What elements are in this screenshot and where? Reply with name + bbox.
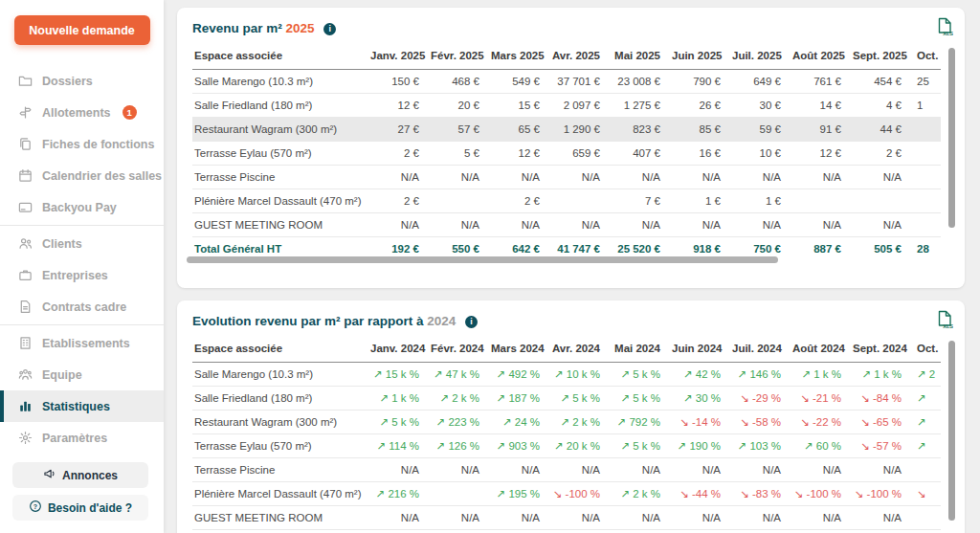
svg-text:XLS: XLS [943,31,953,36]
title-text: Evolution revenu par m² par rapport à [192,314,424,328]
revenue-card-title: Revenu par m² 2025 i [177,8,965,35]
table-row[interactable]: GUEST MEETING ROOMN/AN/AN/AN/AN/AN/AN/AN… [192,505,941,529]
sidebar-item-calendrier-des-salles[interactable]: Calendrier des salles [0,160,164,191]
trend-up-value: ↗ 5 k % [620,368,660,380]
cell: ↗ 5 k % [606,433,666,457]
cell: ↗ 2 k % [425,386,485,410]
trend-up-value: ↗ 1 k % [379,392,419,404]
trend-up-value: ↗ 1 k % [801,368,841,380]
credit-card-icon [18,200,33,214]
cell: N/A [726,505,787,529]
table-row[interactable]: Salle Friedland (180 m²)12 €20 €15 €2 09… [192,93,941,117]
cell: N/A [365,212,425,236]
table-row[interactable]: Salle Friedland (180 m²)↗ 1 k %↗ 2 k %↗ … [192,386,941,410]
sidebar-item-allotements[interactable]: Allotements1 [0,97,164,128]
cell: 761 € [787,69,847,93]
sidebar-item-statistiques[interactable]: Statistiques [0,390,164,422]
cell: ↘ -57 % [847,433,907,457]
trend-down-value: ↘ -57 % [860,440,902,452]
team-icon [18,367,33,382]
cell: ↘ -100 % [787,481,847,505]
sidebar-item-entreprises[interactable]: Entreprises [0,259,164,291]
xls-download-icon[interactable]: XLS [937,17,953,40]
cell: ↗ [907,386,941,410]
building-icon [18,336,33,350]
space-label: Salle Marengo (10.3 m²) [192,362,365,386]
revenue-2025-card: Revenu par m² 2025 i XLS Espace associée… [177,8,965,288]
briefcase-icon [18,268,33,282]
cell: 30 € [726,93,787,117]
sidebar-item-dossiers[interactable]: Dossiers [0,65,164,97]
sidebar-item-backyou-pay[interactable]: Backyou Pay [0,191,164,223]
help-label: Besoin d'aide ? [48,501,132,515]
table-row[interactable]: GUEST MEETING ROOMN/AN/AN/AN/AN/AN/AN/AN… [192,212,941,236]
cell: 1 € [666,189,726,212]
sidebar-item-label: Paramètres [42,432,107,445]
cell: N/A [726,165,787,189]
cell: ↗ 47 k % [425,362,485,386]
trend-down-value: ↘ -22 % [800,416,841,428]
column-header: Sept. 2025 [847,43,907,69]
table-row[interactable]: Salle Marengo (10.3 m²)↗ 15 k %↗ 47 k %↗… [192,362,941,386]
gear-icon [18,431,33,445]
sidebar-item-fiches-de-fonctions[interactable]: Fiches de fonctions [0,128,164,160]
cell: 505 € [847,236,907,260]
info-icon[interactable]: i [323,23,336,35]
column-header: Mai 2024 [606,336,666,362]
table-row[interactable]: Terrasse PiscineN/AN/AN/AN/AN/AN/AN/AN/A… [192,165,941,189]
trend-up-value: ↗ [917,416,926,428]
cell: N/A [847,457,907,481]
cell [907,141,941,165]
cell: N/A [847,505,907,529]
cell [907,165,941,189]
cell [425,189,485,212]
cell: N/A [365,457,425,481]
trend-up-value: ↗ 2 [917,368,935,380]
space-label: Restaurant Wagram (300 m²) [192,117,365,141]
vertical-scrollbar[interactable] [948,48,955,228]
trend-up-value: ↗ 10 k % [554,368,600,380]
table-row[interactable]: Terrasse Eylau (570 m²)↗ 114 %↗ 126 %↗ 9… [192,433,941,457]
cell: N/A [425,457,485,481]
column-header: Oct. [907,43,941,69]
table-row[interactable]: Plénière Marcel Dassault (470 m²)2 €2 €7… [192,189,941,212]
cell: ↘ -100 % [847,481,907,505]
cell [907,505,941,529]
cell: N/A [485,457,546,481]
trend-up-value: ↗ 2 k % [439,392,479,404]
cell: N/A [787,457,847,481]
cell: N/A [546,212,606,236]
sidebar-item-contrats-cadre[interactable]: Contrats cadre [0,291,164,322]
evolution-table: Espace associéeJanv. 2024Févr. 2024Mars … [192,336,941,530]
new-request-button[interactable]: Nouvelle demande [14,15,150,45]
info-icon[interactable]: i [465,316,478,328]
sidebar-item-etablissements[interactable]: Etablissements [0,327,164,359]
sidebar-item-parametres[interactable]: Paramètres [0,422,164,454]
cell: ↘ -65 % [847,410,907,433]
table-row[interactable]: Restaurant Wagram (300 m²)↗ 5 k %↗ 223 %… [192,410,941,433]
table-row[interactable]: Plénière Marcel Dassault (470 m²)↗ 216 %… [192,481,941,505]
xls-download-icon[interactable]: XLS [937,310,953,333]
table-row[interactable]: Terrasse PiscineN/AN/AN/AN/AN/AN/AN/AN/A… [192,457,941,481]
sidebar-item-equipe[interactable]: Equipe [0,359,164,390]
horizontal-scrollbar[interactable] [187,256,778,263]
cell: ↗ 187 % [485,386,546,410]
table-row[interactable]: Terrasse Eylau (570 m²)2 €5 €12 €659 €40… [192,141,941,165]
announcements-button[interactable]: Annonces [12,462,148,488]
table-row[interactable]: Restaurant Wagram (300 m²)27 €57 €65 €1 … [192,117,941,141]
cell: 12 € [485,141,546,165]
column-header: Espace associée [192,336,365,362]
cell: ↗ 903 % [485,433,546,457]
cell: 4 € [847,93,907,117]
trend-up-value: ↗ 5 k % [379,416,419,428]
help-button[interactable]: ? Besoin d'aide ? [12,495,148,521]
sidebar-item-clients[interactable]: Clients [0,228,164,259]
trend-down-value: ↘ -100 % [794,488,841,500]
cell: 887 € [787,236,847,260]
vertical-scrollbar[interactable] [948,341,955,521]
cell [847,189,907,212]
cell: ↗ 60 % [787,433,847,457]
table-row[interactable]: Salle Marengo (10.3 m²)150 €468 €549 €37… [192,69,941,93]
cell: 37 701 € [546,69,606,93]
cell: ↗ 146 % [726,362,787,386]
